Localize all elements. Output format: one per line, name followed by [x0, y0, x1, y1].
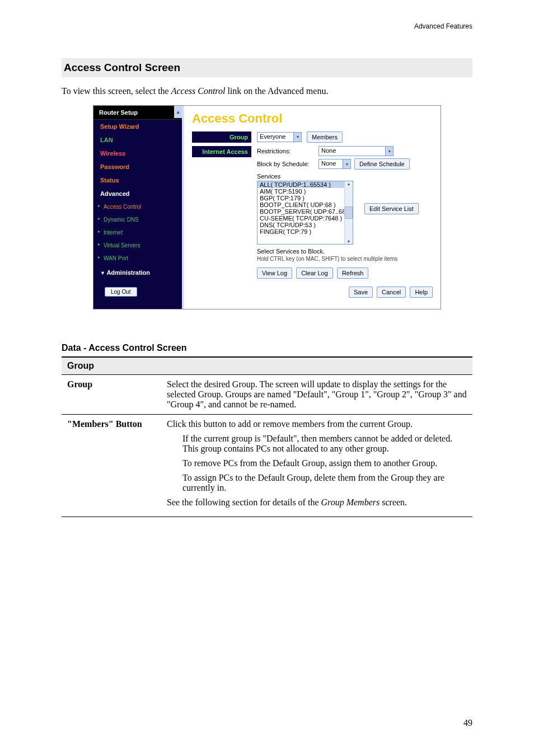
restrictions-value: None [318, 146, 386, 156]
sidebar-item-setup-wizard[interactable]: Setup Wizard [93, 120, 182, 133]
help-button[interactable]: Help [410, 287, 433, 298]
services-label: Services [257, 173, 433, 180]
sidebar-item-lan[interactable]: LAN [93, 133, 182, 147]
sidebar-item-internet[interactable]: Internet [93, 226, 182, 239]
members-p5-em: Group Members [321, 497, 380, 507]
members-p1: Click this button to add or remove membe… [167, 419, 467, 429]
members-p5-post: screen. [380, 497, 407, 507]
group-header-cell: Group [62, 357, 472, 375]
sidebar-item-virtual-servers[interactable]: Virtual Servers [93, 239, 182, 252]
services-listbox[interactable]: ALL( TCP/UDP:1..65534 ) AIM( TCP:5190 ) … [257, 181, 353, 245]
group-label: Group [192, 132, 251, 143]
list-item[interactable]: CU-SEEME( TCP/UDP:7648 ) [257, 215, 353, 222]
intro-link-name: Access Control [171, 86, 226, 96]
data-section-title: Data - Access Control Screen [62, 343, 472, 353]
section-title-bar: Access Control Screen [62, 58, 472, 77]
members-p5-pre: See the following section for details of… [167, 497, 321, 507]
row-desc-group: Select the desired Group. The screen wil… [161, 375, 472, 415]
sidebar-item-administration[interactable]: Administration [93, 265, 182, 280]
cancel-button[interactable]: Cancel [377, 287, 406, 298]
data-table: Group Group Select the desired Group. Th… [62, 356, 472, 517]
sidebar-item-access-control[interactable]: Access Control [93, 200, 182, 213]
define-schedule-button[interactable]: Define Schedule [354, 158, 410, 170]
clear-log-button[interactable]: Clear Log [296, 267, 333, 279]
list-item[interactable]: BOOTP_SERVER( UDP:67..68 ) [257, 208, 353, 215]
hold-ctrl-hint: Hold CTRL key (on MAC, SHIFT) to select … [257, 256, 433, 262]
scroll-thumb[interactable] [345, 206, 353, 219]
members-p2: If the current group is "Default", then … [182, 434, 467, 454]
restrictions-select[interactable]: None ▾ [318, 146, 394, 156]
list-item[interactable]: AIM( TCP:5190 ) [257, 188, 353, 195]
members-p3: To remove PCs from the Default Group, as… [182, 458, 467, 468]
group-select-value: Everyone [257, 132, 294, 142]
list-item[interactable]: BGP( TCP:179 ) [257, 195, 353, 201]
page-number: 49 [463, 718, 472, 728]
sidebar-title-text: Router Setup [99, 109, 138, 116]
sidebar-item-dynamic-dns[interactable]: Dynamic DNS [93, 213, 182, 226]
listbox-scrollbar[interactable]: ▴ ▾ [344, 181, 353, 244]
scroll-down-icon: ▾ [348, 239, 350, 244]
refresh-button[interactable]: Refresh [337, 267, 369, 279]
chevron-down-icon: ▾ [294, 132, 302, 142]
restrictions-label: Restrictions: [257, 148, 318, 154]
members-p4: To assign PCs to the Default Group, dele… [182, 473, 467, 493]
sidebar-item-wireless[interactable]: Wireless [93, 147, 182, 160]
router-sidebar: Router Setup ▴ Setup Wizard LAN Wireless… [93, 106, 184, 309]
sidebar-item-advanced[interactable]: Advanced [93, 187, 182, 200]
members-button[interactable]: Members [307, 132, 343, 143]
sidebar-item-password[interactable]: Password [93, 160, 182, 173]
list-item[interactable]: DNS( TCP/UDP:53 ) [257, 222, 353, 228]
edit-service-list-button[interactable]: Edit Service List [364, 203, 419, 214]
intro-suffix: link on the Advanced menu. [225, 86, 328, 96]
save-button[interactable]: Save [349, 287, 373, 298]
block-schedule-label: Block by Schedule: [257, 161, 318, 167]
chevron-down-icon: ▾ [343, 159, 351, 169]
list-item[interactable]: ALL( TCP/UDP:1..65534 ) [257, 181, 353, 188]
sidebar-title: Router Setup ▴ [93, 106, 182, 120]
row-label-group: Group [62, 375, 161, 415]
scroll-up-icon: ▴ [348, 181, 350, 186]
screenshot-figure: Router Setup ▴ Setup Wizard LAN Wireless… [93, 105, 441, 309]
row-desc-members: Click this button to add or remove membe… [161, 415, 472, 517]
content-pane: Access Control Group Everyone ▾ Members [184, 106, 441, 309]
members-p5: See the following section for details of… [167, 497, 467, 508]
intro-paragraph: To view this screen, select the Access C… [62, 86, 472, 96]
block-schedule-select[interactable]: None ▾ [318, 159, 351, 169]
group-select[interactable]: Everyone ▾ [257, 132, 302, 142]
view-log-button[interactable]: View Log [257, 267, 292, 279]
chevron-down-icon: ▾ [386, 146, 394, 156]
sidebar-item-wan-port[interactable]: WAN Port [93, 252, 182, 265]
sidebar-scroll-up-icon[interactable]: ▴ [174, 106, 182, 118]
block-schedule-value: None [318, 159, 343, 169]
logout-button[interactable]: Log Out [105, 287, 137, 297]
content-title: Access Control [184, 106, 441, 132]
intro-prefix: To view this screen, select the [62, 86, 171, 96]
sidebar-item-status[interactable]: Status [93, 173, 182, 187]
list-item[interactable]: BOOTP_CLIENT( UDP:68 ) [257, 201, 353, 208]
row-label-members: "Members" Button [62, 415, 161, 517]
select-services-label: Select Services to Block. [257, 248, 433, 255]
list-item[interactable]: FINGER( TCP:79 ) [257, 228, 353, 235]
page-header-right: Advanced Features [414, 22, 472, 30]
internet-access-label: Internet Access [192, 146, 251, 157]
